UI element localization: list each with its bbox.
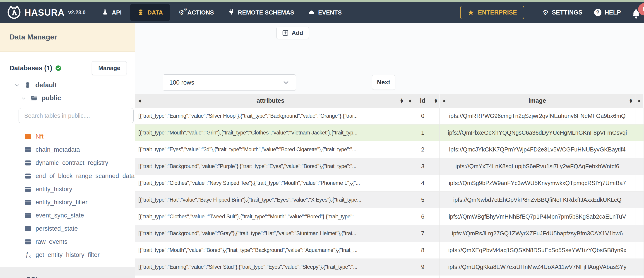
notifications-button[interactable]: 8 [629,2,644,23]
column-header-attributes[interactable]: ◀ attributes ▲▼ [135,94,406,108]
sidebar-item-nft[interactable]: Nft [24,130,135,143]
cell-image[interactable]: ipfs://QmNwbd7ctEhGpVkP8nZvBBQfiNeFKRdxf… [440,192,636,208]
cloud-icon [308,9,315,16]
nav-item-settings[interactable]: ⚙ SETTINGS [537,9,588,16]
cell-image[interactable]: ipfs://QmRRPWG96cmgTn2qSzjwr2qvfNEuhunv6… [440,108,636,124]
collapse-column-icon[interactable]: ◀ [138,98,141,103]
search-input[interactable] [18,108,134,123]
table-name: end_of_block_range_scanned_data [36,172,134,180]
cell-stub [636,158,644,175]
cell-image[interactable]: ipfs://QmYxT4LnK8sqLupjbS6eRvu1si7Ly2wFQ… [440,158,636,175]
chevron-down-icon[interactable] [14,83,20,88]
cell-stub [636,108,644,124]
table-icon [24,238,32,245]
page-title: Data Manager [0,23,135,52]
add-row-button[interactable]: Add [276,27,309,39]
sort-icon[interactable]: ▲▼ [630,98,632,103]
table-row-highlighted[interactable]: [{"trait_type":"Mouth","value":"Grin"},{… [135,124,644,141]
cell-id[interactable]: 6 [406,208,440,225]
cell-id[interactable]: 1 [406,124,440,141]
column-header-image[interactable]: ◀ image ▲▼ [440,94,636,108]
table-row[interactable]: [{"trait_type":"Clothes","value":"Tweed … [135,208,644,225]
folder-icon [30,95,38,102]
column-header-id[interactable]: ◀ id ▲▼ [406,94,440,108]
table-row[interactable]: [{"trait_type":"Clothes","value":"Navy S… [135,175,644,192]
chevron-down-icon[interactable] [21,95,26,101]
cell-id[interactable]: 9 [406,259,440,275]
cell-id[interactable]: 3 [406,158,440,175]
cell-attributes[interactable]: [{"trait_type":"Eyes","value":"3d"},{"tr… [135,141,406,158]
cell-image[interactable]: ipfs://QmUQgKka8EW7exiUHnMwZ4UoXA11wV7NF… [440,259,636,275]
cell-id[interactable]: 4 [406,175,440,192]
sidebar-item-persisted-state[interactable]: persisted_state [24,222,135,235]
tree-node-label: public [42,94,61,102]
nav-item-remote-schemas[interactable]: REMOTE SCHEMAS [221,2,301,23]
cell-attributes[interactable]: [{"trait_type":"Clothes","value":"Navy S… [135,175,406,192]
sidebar-item-get-entity-history-filter[interactable]: ƒx get_entity_history_filter [24,248,135,261]
cell-attributes[interactable]: [{"trait_type":"Background","value":"Gra… [135,225,406,242]
table-row[interactable]: [{"trait_type":"Background","value":"Pur… [135,158,644,175]
sidebar-item-event-sync-state[interactable]: event_sync_state [24,209,135,222]
cell-id[interactable]: 7 [406,225,440,242]
cell-stub [636,175,644,192]
table-icon [24,159,32,167]
sidebar-item-chain-metadata[interactable]: chain_metadata [24,143,135,156]
next-page-button[interactable]: Next [372,75,395,90]
cell-image[interactable]: ipfs://QmRsJLrg27GQ1ZWyrXZFuJFdU5bapfzsy… [440,225,636,242]
cell-id[interactable]: 0 [406,108,440,124]
table-name: raw_events [36,238,68,245]
collapse-column-icon[interactable]: ◀ [637,98,640,103]
cell-id[interactable]: 8 [406,242,440,259]
table-row[interactable]: [{"trait_type":"Eyes","value":"3d"},{"tr… [135,141,644,158]
cell-image[interactable]: ipfs://QmcJYkCKK7QPmYWjp4FD2e3Lv5WCGFuHN… [440,141,636,158]
plus-square-icon [282,30,288,36]
table-row[interactable]: [{"trait_type":"Earring","value":"Silver… [135,108,644,124]
nav-item-label: API [112,9,122,16]
table-name: persisted_state [36,225,78,232]
cell-attributes[interactable]: [{"trait_type":"Hat","value":"Bayc Flipp… [135,192,406,208]
manage-button[interactable]: Manage [92,61,127,75]
cell-attributes[interactable]: [{"trait_type":"Mouth","value":"Grin"},{… [135,124,406,141]
sort-icon[interactable]: ▲▼ [434,98,437,103]
table-list: Nft chain_metadata dynamic_contract_regi… [0,130,135,261]
cell-id[interactable]: 5 [406,192,440,208]
sidebar-item-dynamic-contract-registry[interactable]: dynamic_contract_registry [24,156,135,169]
cell-id[interactable]: 2 [406,141,440,158]
nav-item-api[interactable]: API [95,2,128,23]
nav-item-data[interactable]: DATA [130,4,170,21]
cell-image[interactable]: ipfs://QmWBgfBhyVmHNhBfEQ7p1P4Mpn7pm5b8K… [440,208,636,225]
sidebar-item-entity-history-filter[interactable]: entity_history_filter [24,196,135,209]
tree-node-schema[interactable]: public [21,94,135,102]
sidebar-item-raw-events[interactable]: raw_events [24,235,135,248]
nav-item-actions[interactable]: ⚙⚙ ACTIONS [172,2,221,23]
sidebar-item-entity-history[interactable]: entity_history [24,183,135,196]
nav-item-events[interactable]: EVENTS [301,2,348,23]
rows-per-page-select[interactable]: 100 rows [163,74,296,91]
plug-icon [228,9,235,16]
cell-attributes[interactable]: [{"trait_type":"Mouth","value":"Bored"},… [135,242,406,259]
table-row[interactable]: [{"trait_type":"Background","value":"Gra… [135,225,644,242]
tree-node-database[interactable]: default [14,81,135,89]
cell-attributes[interactable]: [{"trait_type":"Earring","value":"Silver… [135,108,406,124]
cell-image[interactable]: ipfs://QmSg9bPzW9anFYc3wWU5KnvymwkxQTpmq… [440,175,636,192]
cell-attributes[interactable]: [{"trait_type":"Earring","value":"Silver… [135,259,406,275]
collapse-column-icon[interactable]: ◀ [408,98,411,103]
database-icon [24,82,31,89]
cell-attributes[interactable]: [{"trait_type":"Background","value":"Pur… [135,158,406,175]
sidebar-footer-sql[interactable]: SQL [0,267,135,278]
cell-stub [636,242,644,259]
cell-image[interactable]: ipfs://QmXEqPbvM4aq1SQSXN8DSuEcSo5SseYW1… [440,242,636,259]
table-row[interactable]: [{"trait_type":"Hat","value":"Bayc Flipp… [135,192,644,208]
column-header-partial[interactable]: ◀ [636,94,644,108]
cell-stub [636,141,644,158]
table-row[interactable]: [{"trait_type":"Earring","value":"Silver… [135,259,644,275]
collapse-column-icon[interactable]: ◀ [442,98,445,103]
enterprise-button[interactable]: ★ ENTERPRISE [460,6,524,19]
sidebar-item-end-of-block-range-scanned-data[interactable]: end_of_block_range_scanned_data [24,169,135,183]
cell-attributes[interactable]: [{"trait_type":"Clothes","value":"Tweed … [135,208,406,225]
table-row[interactable]: [{"trait_type":"Mouth","value":"Bored"},… [135,242,644,259]
flask-icon [102,9,109,16]
sort-icon[interactable]: ▲▼ [400,98,403,103]
cell-image[interactable]: ipfs://QmPbxeGcXhYQQNgsC6a36dDyYUcHgMLnG… [440,124,636,141]
nav-item-help[interactable]: ? HELP [588,9,627,16]
